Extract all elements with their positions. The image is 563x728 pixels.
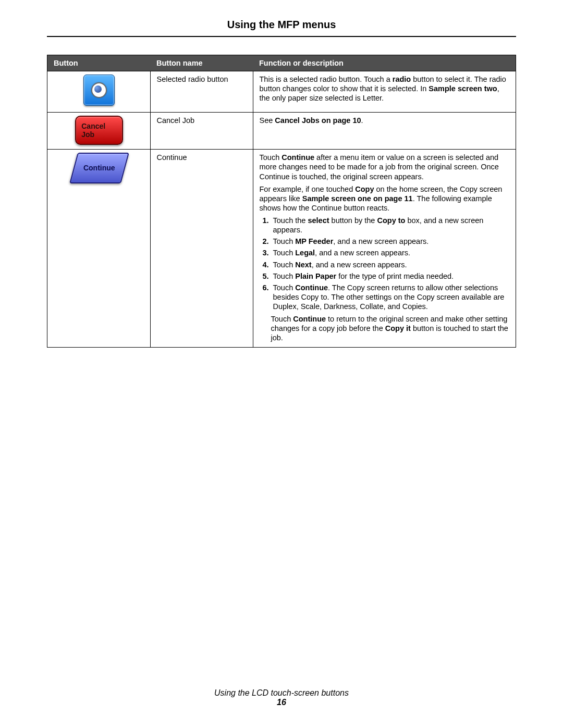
text-bold: Copy to xyxy=(377,216,405,225)
col-header-desc: Function or description xyxy=(253,55,516,71)
continue-steps-list: Touch the select button by the Copy to b… xyxy=(260,216,511,311)
footer-section-title: Using the LCD touch-screen buttons xyxy=(214,688,349,697)
text-bold: Next xyxy=(295,261,311,269)
title-rule xyxy=(47,36,516,37)
text-bold: Sample screen one on page 11 xyxy=(302,194,413,203)
col-header-button: Button xyxy=(47,55,151,71)
page-title: Using the MFP menus xyxy=(47,19,516,36)
text-bold: MP Feeder xyxy=(295,237,333,245)
text-bold: Continue xyxy=(293,315,326,323)
text-bold: Legal xyxy=(295,249,315,257)
text-bold: Copy it xyxy=(385,324,411,332)
table-header-row: Button Button name Function or descripti… xyxy=(47,55,516,71)
button-name-continue: Continue xyxy=(150,150,253,347)
list-item: Touch Plain Paper for the type of print … xyxy=(271,272,511,281)
text-bold: radio xyxy=(393,75,411,83)
icon-label: Continue xyxy=(83,164,115,173)
text: Touch xyxy=(260,153,282,162)
list-item: Touch Next, and a new screen appears. xyxy=(271,260,511,269)
page-number: 16 xyxy=(0,698,563,707)
table-row: Cancel Job Cancel Job See Cancel Jobs on… xyxy=(47,113,516,150)
button-desc-continue: Touch Continue after a menu item or valu… xyxy=(253,150,516,347)
button-cell-continue: Continue xyxy=(47,150,151,347)
list-item: Touch Continue. The Copy screen returns … xyxy=(271,283,511,311)
list-item: Touch Legal, and a new screen appears. xyxy=(271,248,511,257)
page-footer: Using the LCD touch-screen buttons 16 xyxy=(0,688,563,707)
table-row: Selected radio button This is a selected… xyxy=(47,71,516,113)
text-bold: Copy xyxy=(355,185,374,193)
text: , and a new screen appears. xyxy=(333,237,429,245)
button-name-radio: Selected radio button xyxy=(150,71,253,113)
selected-radio-button-icon xyxy=(83,75,115,106)
text: . xyxy=(361,116,363,125)
text: , and a new screen appears. xyxy=(312,261,407,269)
text-bold: Sample screen two xyxy=(429,84,497,93)
text-bold: select xyxy=(308,216,329,225)
text: Touch xyxy=(273,272,296,280)
text-bold: Plain Paper xyxy=(295,272,336,280)
text: button by the xyxy=(329,216,377,225)
icon-label-line: Cancel xyxy=(81,122,122,130)
text: Touch xyxy=(271,315,293,323)
text-bold: Cancel Jobs on page 10 xyxy=(275,116,361,125)
text: , and a new screen appears. xyxy=(315,249,410,257)
text: For example, if one touched xyxy=(260,185,356,193)
text-bold: Continue xyxy=(282,153,314,162)
text: This is a selected radio button. Touch a xyxy=(260,75,393,83)
button-cell-cancel: Cancel Job xyxy=(47,113,151,150)
cancel-job-button-icon: Cancel Job xyxy=(75,116,123,145)
button-desc-cancel: See Cancel Jobs on page 10. xyxy=(253,113,516,150)
list-item: Touch MP Feeder, and a new screen appear… xyxy=(271,237,511,246)
button-desc-radio: This is a selected radio button. Touch a… xyxy=(253,71,516,113)
text: Touch xyxy=(273,283,296,292)
continue-button-icon: Continue xyxy=(69,153,129,183)
text: for the type of print media needed. xyxy=(336,272,454,280)
text-bold: Continue xyxy=(295,283,328,292)
button-cell-radio xyxy=(47,71,151,113)
button-reference-table: Button Button name Function or descripti… xyxy=(47,55,516,348)
icon-label-line: Job xyxy=(81,130,122,139)
list-item: Touch the select button by the Copy to b… xyxy=(271,216,511,235)
button-name-cancel: Cancel Job xyxy=(150,113,253,150)
text: Touch xyxy=(273,249,296,257)
text: Touch the xyxy=(273,216,308,225)
table-row: Continue Continue Touch Continue after a… xyxy=(47,150,516,347)
col-header-name: Button name xyxy=(150,55,253,71)
text: Touch xyxy=(273,237,296,245)
text: See xyxy=(260,116,275,125)
text: Touch xyxy=(273,261,296,269)
